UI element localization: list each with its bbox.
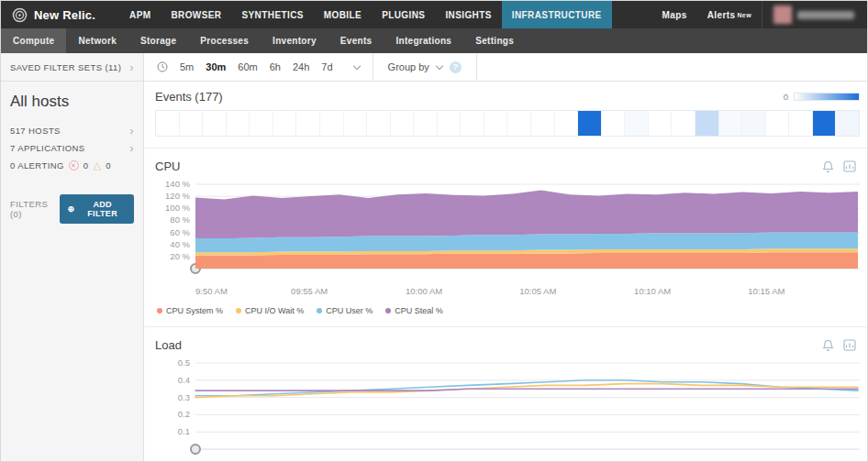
- heatmap-cell[interactable]: [649, 111, 673, 136]
- help-icon[interactable]: ?: [450, 61, 462, 73]
- legend-cpu-user[interactable]: CPU User %: [317, 306, 373, 315]
- saved-filter-sets[interactable]: SAVED FILTER SETS (11) ›: [1, 53, 143, 82]
- cpu-chart-title: CPU: [155, 160, 180, 173]
- nav-browser[interactable]: BROWSER: [161, 1, 231, 28]
- heat-gradient-bar: [794, 93, 860, 101]
- range-60m[interactable]: 60m: [238, 61, 257, 72]
- add-filter-label: ADD FILTER: [78, 200, 127, 218]
- heatmap-cell[interactable]: [507, 111, 531, 136]
- area-series: [195, 252, 858, 269]
- x-tick-label: 10:15 AM: [748, 286, 785, 296]
- heatmap-cell[interactable]: [555, 111, 579, 136]
- heatmap-cell[interactable]: [391, 111, 415, 136]
- heatmap-cell[interactable]: [273, 111, 297, 136]
- legend-cpu-steal[interactable]: CPU Steal %: [385, 306, 443, 315]
- alerting-row: 0 ALERTING ✕ 0 △ 0: [10, 157, 134, 174]
- tab-processes[interactable]: Processes: [188, 28, 261, 53]
- heatmap-cell[interactable]: [203, 111, 227, 136]
- heatmap-cell[interactable]: [344, 111, 368, 136]
- nav-infrastructure[interactable]: INFRASTRUCTURE: [502, 1, 612, 28]
- alert-bell-icon[interactable]: [822, 160, 834, 173]
- tab-compute[interactable]: Compute: [1, 28, 66, 53]
- group-by-dropdown[interactable]: Group by ?: [373, 53, 477, 81]
- tab-settings[interactable]: Settings: [463, 28, 526, 53]
- heatmap-cell[interactable]: [625, 111, 649, 136]
- heatmap-cell[interactable]: [367, 111, 391, 136]
- tab-network[interactable]: Network: [66, 28, 128, 53]
- range-24h[interactable]: 24h: [293, 61, 309, 72]
- heatmap-cell[interactable]: [414, 111, 438, 136]
- add-filter-button[interactable]: ⊕ ADD FILTER: [60, 194, 134, 224]
- svg-text:60 %: 60 %: [170, 227, 190, 237]
- x-tick-label: 09:55 AM: [291, 286, 328, 296]
- brand-name: New Relic.: [34, 8, 95, 22]
- nav-mobile[interactable]: MOBILE: [314, 1, 372, 28]
- range-7d[interactable]: 7d: [321, 61, 332, 72]
- avatar: [773, 6, 792, 24]
- heatmap-cell[interactable]: [672, 111, 696, 136]
- primary-nav: APM BROWSER SYNTHETICS MOBILE PLUGINS IN…: [119, 1, 612, 28]
- heatmap-cell[interactable]: [696, 111, 719, 136]
- chevron-down-icon[interactable]: [352, 61, 360, 69]
- heatmap-cell[interactable]: [156, 111, 180, 136]
- range-6h[interactable]: 6h: [270, 61, 281, 72]
- heatmap-cell[interactable]: [484, 111, 508, 136]
- hosts-row[interactable]: 517 HOSTS ›: [10, 122, 134, 139]
- legend-label: CPU I/O Wait %: [245, 306, 304, 315]
- nav-synthetics[interactable]: SYNTHETICS: [231, 1, 313, 28]
- heatmap-cell[interactable]: [438, 111, 462, 136]
- range-5m[interactable]: 5m: [180, 61, 194, 72]
- timeline-scrubber[interactable]: [191, 445, 200, 454]
- heatmap-cell[interactable]: [578, 111, 602, 136]
- range-30m[interactable]: 30m: [206, 61, 226, 72]
- legend-cpu-io-wait[interactable]: CPU I/O Wait %: [236, 306, 304, 315]
- heatmap-cell[interactable]: [461, 111, 484, 136]
- tab-storage[interactable]: Storage: [128, 28, 188, 53]
- nav-plugins[interactable]: PLUGINS: [372, 1, 435, 28]
- plus-circle-icon: ⊕: [67, 204, 74, 214]
- saved-filter-sets-label: SAVED FILTER SETS (11): [10, 62, 121, 72]
- chevron-right-icon: ›: [129, 125, 134, 137]
- nav-alerts[interactable]: Alerts New: [697, 1, 762, 28]
- legend-dot: [157, 308, 162, 314]
- heatmap-cell[interactable]: [227, 111, 250, 136]
- tab-inventory[interactable]: Inventory: [261, 28, 328, 53]
- heatmap-cell[interactable]: [250, 111, 273, 136]
- brand[interactable]: New Relic.: [1, 1, 119, 28]
- heatmap-cell[interactable]: [296, 111, 320, 136]
- applications-row[interactable]: 7 APPLICATIONS ›: [10, 139, 134, 157]
- events-title: Events (177): [155, 90, 223, 104]
- heatmap-cell[interactable]: [602, 111, 626, 136]
- tab-integrations[interactable]: Integrations: [384, 28, 463, 53]
- user-menu[interactable]: [762, 1, 867, 28]
- nav-apm[interactable]: APM: [119, 1, 161, 28]
- area-series: [195, 191, 858, 239]
- alerts-new-badge: New: [737, 12, 751, 18]
- heatmap-cell[interactable]: [719, 111, 743, 136]
- heatmap-cell[interactable]: [836, 111, 859, 136]
- legend-dot: [317, 308, 322, 314]
- view-chart-data-icon[interactable]: [843, 339, 856, 351]
- svg-text:0.2: 0.2: [178, 409, 190, 419]
- view-chart-data-icon[interactable]: [843, 160, 856, 172]
- heatmap-cell[interactable]: [180, 111, 204, 136]
- events-heatmap: [155, 110, 860, 137]
- tab-events[interactable]: Events: [328, 28, 384, 53]
- heatmap-cell[interactable]: [766, 111, 790, 136]
- legend-cpu-system[interactable]: CPU System %: [157, 306, 223, 315]
- nav-maps[interactable]: Maps: [651, 1, 696, 28]
- legend-label: CPU User %: [326, 306, 373, 315]
- cpu-section: CPU 140 %120 %100 %80 %60 %40 %20 %: [144, 148, 867, 327]
- line-series: [195, 380, 858, 396]
- heatmap-cell[interactable]: [531, 111, 555, 136]
- cpu-stacked-area-chart[interactable]: 140 %120 %100 %80 %60 %40 %20 %: [155, 179, 862, 281]
- alert-bell-icon[interactable]: [822, 339, 834, 352]
- heatmap-cell[interactable]: [789, 111, 813, 136]
- heatmap-cell[interactable]: [742, 111, 766, 136]
- load-line-chart[interactable]: 0.50.40.30.20.1: [155, 358, 862, 458]
- app-window: New Relic. APM BROWSER SYNTHETICS MOBILE…: [0, 0, 868, 462]
- nav-insights[interactable]: INSIGHTS: [435, 1, 501, 28]
- critical-alert-icon: ✕: [69, 160, 79, 170]
- heatmap-cell[interactable]: [813, 111, 837, 136]
- heatmap-cell[interactable]: [320, 111, 344, 136]
